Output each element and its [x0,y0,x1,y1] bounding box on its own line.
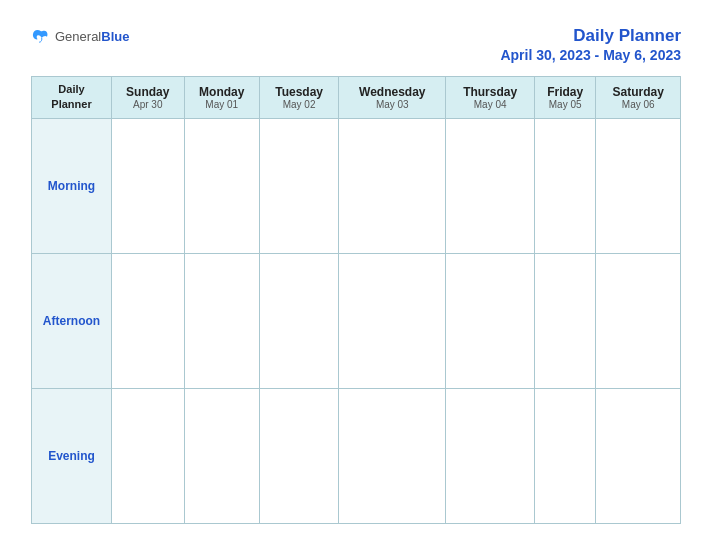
cell-morning-sunday[interactable] [112,118,185,253]
cell-afternoon-friday[interactable] [534,253,596,388]
title-area: Daily Planner April 30, 2023 - May 6, 20… [500,26,681,64]
cell-afternoon-saturday[interactable] [596,253,681,388]
page: GeneralBlue Daily Planner April 30, 2023… [11,10,701,540]
table-row-morning: Morning [32,118,681,253]
col-header-monday: Monday May 01 [184,77,260,119]
row-label-morning: Morning [32,118,112,253]
col-header-saturday: Saturday May 06 [596,77,681,119]
cell-evening-monday[interactable] [184,388,260,523]
cell-afternoon-tuesday[interactable] [260,253,339,388]
cell-afternoon-thursday[interactable] [446,253,535,388]
cell-evening-sunday[interactable] [112,388,185,523]
table-row-afternoon: Afternoon [32,253,681,388]
table-row-evening: Evening [32,388,681,523]
cell-morning-friday[interactable] [534,118,596,253]
col-header-tuesday: Tuesday May 02 [260,77,339,119]
cell-evening-friday[interactable] [534,388,596,523]
cell-morning-thursday[interactable] [446,118,535,253]
cell-morning-saturday[interactable] [596,118,681,253]
header: GeneralBlue Daily Planner April 30, 2023… [31,26,681,64]
logo-general: General [55,29,101,44]
col-header-friday: Friday May 05 [534,77,596,119]
cell-afternoon-wednesday[interactable] [339,253,446,388]
cell-evening-tuesday[interactable] [260,388,339,523]
row-label-evening: Evening [32,388,112,523]
cell-morning-monday[interactable] [184,118,260,253]
cell-evening-wednesday[interactable] [339,388,446,523]
corner-header: Daily Planner [32,77,112,119]
cell-afternoon-sunday[interactable] [112,253,185,388]
cell-morning-wednesday[interactable] [339,118,446,253]
logo-blue: Blue [101,29,129,44]
cell-afternoon-monday[interactable] [184,253,260,388]
bird-icon [31,26,51,46]
col-header-wednesday: Wednesday May 03 [339,77,446,119]
logo-text: GeneralBlue [55,27,129,45]
col-header-thursday: Thursday May 04 [446,77,535,119]
logo-area: GeneralBlue [31,26,129,46]
date-range: April 30, 2023 - May 6, 2023 [500,47,681,63]
cell-morning-tuesday[interactable] [260,118,339,253]
calendar-table: Daily Planner Sunday Apr 30 Monday May 0… [31,76,681,524]
col-header-sunday: Sunday Apr 30 [112,77,185,119]
cell-evening-saturday[interactable] [596,388,681,523]
row-label-afternoon: Afternoon [32,253,112,388]
page-title: Daily Planner [573,26,681,45]
cell-evening-thursday[interactable] [446,388,535,523]
